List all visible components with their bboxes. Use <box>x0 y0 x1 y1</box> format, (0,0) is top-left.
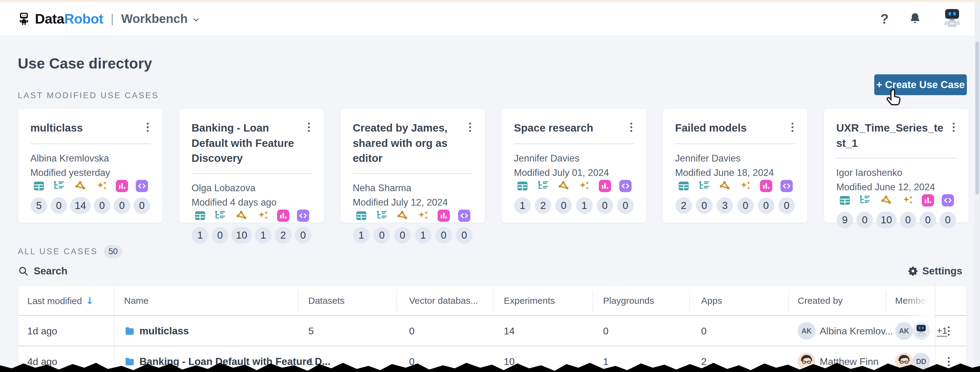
workbench-switcher[interactable]: Workbench <box>121 12 200 26</box>
notebooks-icon <box>942 194 954 206</box>
card-divider <box>191 173 312 174</box>
cell-last-modified: 1d ago <box>27 316 57 346</box>
apps-count: 0 <box>114 197 130 214</box>
cell-name[interactable]: multiclass <box>124 316 189 346</box>
column-header-playgrounds[interactable]: Playgrounds <box>603 286 654 316</box>
card-author: Jennifer Davies <box>675 152 795 166</box>
gear-icon <box>908 266 918 276</box>
table-settings-button[interactable]: Settings <box>908 265 962 277</box>
all-use-cases-label: ALL USE CASES <box>18 247 98 256</box>
use-case-card-title[interactable]: Space research <box>514 120 598 136</box>
datasets-count: 9 <box>837 212 853 228</box>
column-header-name[interactable]: Name <box>124 286 149 316</box>
playgrounds-count: 1 <box>255 227 272 244</box>
search-label: Search <box>34 265 67 277</box>
playgrounds-count: 0 <box>94 197 110 214</box>
column-header-experiments[interactable]: Experiments <box>504 286 555 316</box>
card-author: Neha Sharma <box>353 181 473 195</box>
datasets-icon <box>678 180 690 192</box>
card-modified-date: Modified July 01, 2024 <box>514 166 634 180</box>
use-case-card-title[interactable]: Failed models <box>675 120 751 136</box>
vector-database-icon <box>376 209 388 222</box>
notebooks-icon <box>781 180 793 192</box>
datasets-count: 1 <box>353 227 369 244</box>
playgrounds-icon <box>417 209 430 222</box>
use-case-card-title[interactable]: Created by James, shared with org as edi… <box>353 120 467 166</box>
apps-icon <box>277 209 289 222</box>
card-asset-stats: 9 0 10 0 0 0 <box>836 194 956 228</box>
datarobot-logo[interactable]: DataRobot <box>17 11 103 27</box>
scroll-fade <box>904 286 934 316</box>
experiments-icon <box>235 209 248 222</box>
datasets-icon <box>355 209 368 222</box>
card-divider <box>30 144 151 144</box>
table-header-row: Last modified↓ Name Datasets Vector data… <box>18 286 967 316</box>
cell-datasets: 5 <box>308 316 314 346</box>
column-header-apps[interactable]: Apps <box>701 286 722 316</box>
column-header-created-by[interactable]: Created by <box>798 286 843 316</box>
notebooks-count: 0 <box>295 227 311 244</box>
use-case-card[interactable]: UXR_Time_Series_test_1 Igor Iaroshenko M… <box>824 108 969 223</box>
apps-icon <box>599 180 611 192</box>
card-kebab-menu-icon[interactable] <box>790 120 795 134</box>
column-header-last-modified[interactable]: Last modified↓ <box>27 286 94 316</box>
playgrounds-icon <box>902 194 914 206</box>
notebooks-icon <box>458 209 470 222</box>
use-case-card[interactable]: Banking - Loan Default with Feature Disc… <box>179 108 324 223</box>
brand-separator: | <box>111 12 114 26</box>
member-avatar: AK <box>895 322 913 340</box>
column-header-vector-databases[interactable]: Vector databas... <box>409 286 478 316</box>
notebooks-icon <box>619 180 632 192</box>
card-asset-stats: 1 0 10 1 2 0 <box>191 209 312 244</box>
vector-database-icon <box>537 180 549 192</box>
vector-database-icon <box>53 180 65 192</box>
card-author: Jennifer Davies <box>514 152 634 166</box>
use-case-card[interactable]: Failed models Jennifer Davies Modified J… <box>662 108 808 223</box>
experiments-count: 10 <box>231 227 252 244</box>
use-case-card[interactable]: multiclass Albina Kremlovska Modified ye… <box>18 108 163 223</box>
experiments-count: 0 <box>394 227 410 244</box>
help-button[interactable]: ? <box>880 11 889 27</box>
use-case-card-title[interactable]: multiclass <box>30 120 88 136</box>
card-modified-date: Modified yesterday <box>30 166 151 180</box>
apps-icon <box>760 180 772 192</box>
card-kebab-menu-icon[interactable] <box>467 120 473 134</box>
creator-name: Albina Kremlov... <box>820 326 893 337</box>
mouse-cursor-pointer <box>884 88 903 107</box>
cell-playgrounds: 0 <box>603 316 609 346</box>
playgrounds-icon <box>578 180 590 192</box>
experiments-icon <box>396 209 409 222</box>
card-divider <box>836 158 956 158</box>
table-row[interactable]: 1d ago multiclass 5 0 14 0 0 AK Albina K… <box>18 316 967 346</box>
experiments-icon <box>557 180 570 192</box>
search-input[interactable]: Search <box>18 265 67 277</box>
apps-icon <box>438 209 450 222</box>
row-kebab-menu[interactable] <box>946 316 951 346</box>
datasets-icon <box>839 194 851 206</box>
playgrounds-count: 0 <box>737 197 754 214</box>
card-kebab-menu-icon[interactable] <box>628 120 634 134</box>
use-case-card[interactable]: Space research Jennifer Davies Modified … <box>501 108 647 223</box>
vector-database-count: 0 <box>51 197 67 214</box>
workbench-label: Workbench <box>121 12 188 26</box>
column-header-datasets[interactable]: Datasets <box>308 286 344 316</box>
notifications-bell-icon[interactable] <box>908 12 922 26</box>
card-kebab-menu-icon[interactable] <box>951 120 956 134</box>
use-case-card-title[interactable]: Banking - Loan Default with Feature Disc… <box>191 120 306 166</box>
scrollbar-thumb[interactable] <box>975 41 979 195</box>
notebooks-count: 0 <box>617 197 634 214</box>
card-kebab-menu-icon[interactable] <box>306 120 312 134</box>
card-kebab-menu-icon[interactable] <box>145 120 151 134</box>
use-case-card-title[interactable]: UXR_Time_Series_test_1 <box>836 120 951 150</box>
top-navigation-bar: DataRobot | Workbench ? <box>0 0 980 36</box>
card-modified-date: Modified 4 days ago <box>191 195 312 210</box>
page-scrollbar[interactable] <box>975 2 980 372</box>
cell-members[interactable]: AK +1 <box>895 316 947 346</box>
card-divider <box>514 144 634 144</box>
datasets-icon <box>33 180 45 192</box>
user-avatar[interactable] <box>942 8 963 30</box>
use-case-card[interactable]: Created by James, shared with org as edi… <box>340 108 485 223</box>
card-author: Olga Lobazova <box>191 181 312 195</box>
use-case-name-link[interactable]: multiclass <box>140 325 189 337</box>
playgrounds-count: 1 <box>415 227 431 244</box>
